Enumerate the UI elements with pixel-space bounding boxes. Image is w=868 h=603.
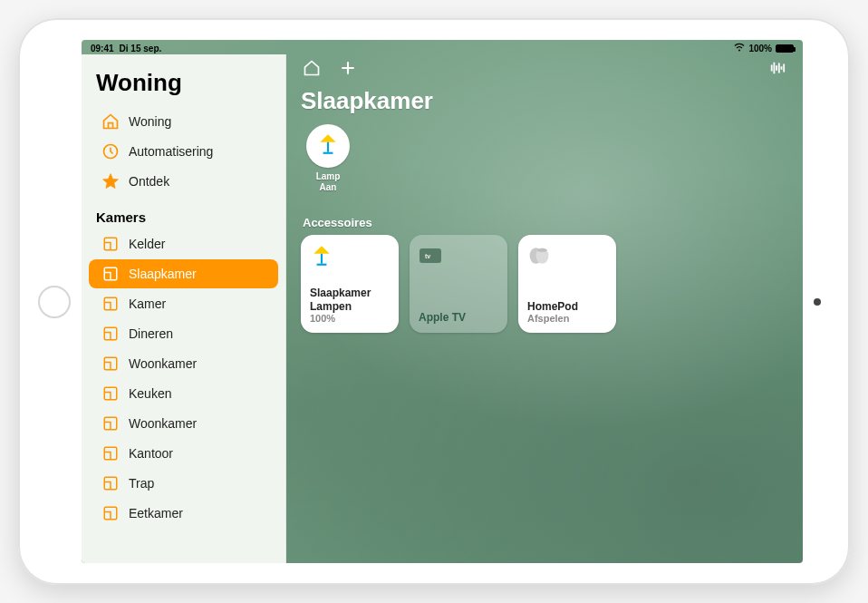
sidebar-room-kantoor[interactable]: Kantoor (89, 439, 278, 468)
sidebar-item-label: Eetkamer (129, 506, 183, 520)
ipad-device: 09:41 Di 15 sep. 100% Woning Woning (18, 18, 850, 585)
house-icon (101, 112, 120, 131)
sidebar-rooms-header: Kamers (82, 197, 285, 229)
sidebar-item-label: Trap (129, 476, 154, 491)
wifi-icon (734, 43, 745, 53)
sidebar: Woning Woning Automatisering (82, 54, 286, 563)
home-app: Woning Woning Automatisering (82, 54, 803, 563)
sidebar-item-label: Woonkamer (129, 356, 197, 371)
tile-title: Slaapkamer Lampen (310, 287, 390, 313)
home-button-toolbar[interactable] (301, 59, 323, 81)
sidebar-item-label: Automatisering (129, 144, 213, 159)
accessories-header: Accessoires (303, 216, 788, 229)
tile-homepod[interactable]: HomePod Afspelen (518, 235, 616, 333)
svg-text:tv: tv (425, 253, 430, 259)
tile-title: Apple TV (419, 311, 498, 324)
sidebar-title: Woning (82, 69, 285, 106)
sidebar-room-keuken[interactable]: Keuken (89, 379, 278, 408)
intercom-button[interactable] (767, 59, 788, 81)
sidebar-item-label: Kamer (129, 297, 166, 311)
sidebar-room-woonkamer-1[interactable]: Woonkamer (89, 349, 278, 378)
house-icon (303, 59, 321, 81)
status-battery-pct: 100% (748, 44, 772, 53)
plus-icon (339, 59, 357, 81)
main-content: Slaapkamer Lamp Aan (286, 54, 803, 563)
homepod-icon (527, 244, 551, 267)
room-icon (101, 384, 120, 403)
room-title: Slaapkamer (301, 87, 788, 115)
room-icon (101, 295, 120, 313)
sidebar-room-dineren[interactable]: Dineren (89, 319, 278, 348)
room-icon (101, 414, 120, 433)
room-icon (101, 325, 120, 343)
tile-title: HomePod (527, 300, 607, 313)
status-bar: 09:41 Di 15 sep. 100% (82, 40, 803, 54)
sidebar-item-home[interactable]: Woning (89, 107, 278, 136)
lamp-icon (316, 132, 340, 160)
room-icon (101, 444, 120, 462)
status-time: 09:41 (91, 44, 114, 53)
sidebar-item-label: Kantoor (129, 446, 173, 461)
add-button[interactable] (337, 59, 359, 81)
sidebar-item-label: Keuken (129, 386, 171, 401)
svg-rect-14 (321, 254, 323, 264)
appletv-icon: tv (419, 244, 442, 267)
sidebar-item-label: Dineren (129, 326, 173, 341)
waveform-icon (767, 60, 787, 80)
favorite-state: Aan (320, 182, 337, 192)
tile-subtitle: 100% (310, 313, 390, 324)
sidebar-room-kelder[interactable]: Kelder (89, 229, 278, 258)
sidebar-room-slaapkamer[interactable]: Slaapkamer (89, 259, 278, 288)
tile-slaapkamer-lampen[interactable]: Slaapkamer Lampen 100% (301, 235, 399, 333)
sidebar-item-automation[interactable]: Automatisering (89, 137, 278, 166)
star-icon (101, 172, 120, 190)
svg-rect-13 (323, 152, 333, 154)
screen: 09:41 Di 15 sep. 100% Woning Woning (82, 40, 803, 563)
home-button[interactable] (38, 286, 71, 318)
sidebar-room-eetkamer[interactable]: Eetkamer (89, 499, 278, 528)
tile-subtitle: Afspelen (527, 313, 607, 324)
svg-point-20 (537, 248, 546, 252)
battery-icon (776, 44, 794, 53)
room-icon (101, 235, 120, 253)
room-icon (101, 355, 120, 373)
main-toolbar (301, 58, 788, 82)
favorite-name: Lamp (316, 171, 341, 181)
room-icon (101, 504, 120, 522)
sidebar-room-trap[interactable]: Trap (89, 469, 278, 498)
favorite-accessory-lamp[interactable]: Lamp Aan (301, 124, 355, 192)
svg-point-0 (738, 50, 740, 52)
tile-apple-tv[interactable]: tv Apple TV (410, 235, 507, 333)
sidebar-item-label: Slaapkamer (129, 267, 197, 281)
lamp-icon (310, 244, 333, 267)
front-camera (814, 298, 821, 306)
svg-rect-15 (317, 264, 327, 266)
sidebar-item-label: Woonkamer (129, 416, 197, 431)
svg-rect-12 (327, 142, 329, 152)
status-date: Di 15 sep. (120, 44, 162, 53)
sidebar-item-discover[interactable]: Ontdek (89, 167, 278, 196)
sidebar-item-label: Woning (129, 114, 171, 129)
accessory-tiles: Slaapkamer Lampen 100% tv Apple TV (301, 235, 788, 333)
favorite-circle (306, 124, 350, 168)
room-icon (101, 474, 120, 492)
sidebar-item-label: Ontdek (129, 174, 169, 189)
sidebar-item-label: Kelder (129, 237, 165, 251)
clock-icon (101, 142, 120, 160)
room-icon (101, 265, 120, 283)
sidebar-room-woonkamer-2[interactable]: Woonkamer (89, 409, 278, 438)
sidebar-room-kamer[interactable]: Kamer (89, 289, 278, 318)
